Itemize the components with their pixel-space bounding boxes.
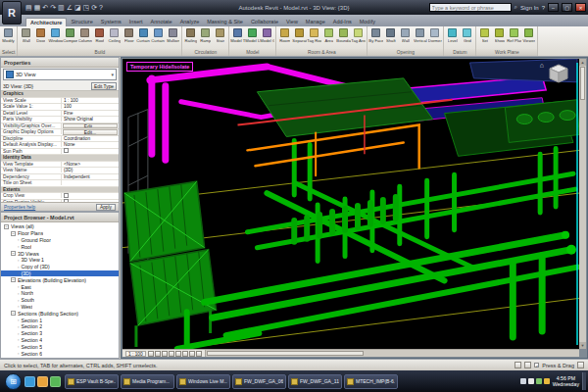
- ribbon-tab-structure[interactable]: Structure: [67, 18, 96, 26]
- browser-item-south[interactable]: ▫South: [1, 297, 119, 304]
- taskbar-clock[interactable]: 4:56 PM Wednesday: [553, 375, 579, 387]
- expander-icon[interactable]: −: [11, 231, 16, 236]
- horizontal-scrollbar[interactable]: [206, 350, 579, 357]
- property-value[interactable]: None: [62, 142, 119, 147]
- media-icon[interactable]: [50, 376, 61, 387]
- browser-item-section-4[interactable]: ▫Section 4: [1, 337, 119, 344]
- horizontal-scroll-thumb[interactable]: [207, 351, 364, 356]
- application-menu-button[interactable]: R: [2, 1, 22, 24]
- property-value[interactable]: [62, 148, 119, 154]
- ribbon-button-modify[interactable]: Modify: [1, 27, 16, 43]
- browser-item-copy-of-3d[interactable]: ▫Copy of {3D}: [1, 264, 119, 270]
- ribbon-button-ref-plane[interactable]: Ref Plane: [507, 27, 521, 43]
- browser-item-floor-plans[interactable]: −Floor Plans: [1, 230, 119, 237]
- ribbon-button-boundary[interactable]: Boundary: [336, 27, 351, 43]
- vertical-scrollbar[interactable]: ▲ ▼: [579, 59, 586, 349]
- close-button[interactable]: ✕: [575, 3, 586, 12]
- filter-icon[interactable]: [577, 362, 584, 368]
- search-input[interactable]: [429, 3, 512, 12]
- browser-item-section-2[interactable]: ▫Section 2: [1, 323, 119, 330]
- ribbon-button-door[interactable]: Door: [33, 27, 48, 43]
- redo-icon[interactable]: ↷: [50, 3, 56, 12]
- hide-isolate-button[interactable]: [189, 351, 195, 357]
- show-desktop-button[interactable]: [582, 372, 586, 390]
- properties-help-link[interactable]: Properties help: [4, 205, 35, 210]
- ribbon-button-model-text[interactable]: Model Text: [230, 27, 245, 43]
- browser-item-3d-views[interactable]: −3D Views: [1, 250, 119, 257]
- ribbon-tab-add-ins[interactable]: Add-Ins: [329, 18, 356, 26]
- expander-icon[interactable]: −: [4, 224, 9, 229]
- start-button[interactable]: ⊞: [5, 373, 22, 390]
- ribbon-button-ceiling[interactable]: Ceiling: [107, 27, 122, 43]
- property-value[interactable]: <None>: [62, 162, 119, 167]
- ribbon-button-model-group[interactable]: Model Group: [260, 27, 274, 43]
- reveal-hidden-button[interactable]: [196, 351, 202, 357]
- ribbon-button-curtain-system[interactable]: Curtain System: [136, 27, 151, 43]
- browser-item-section-1[interactable]: ▫Section 1: [1, 317, 119, 323]
- ribbon-tab-view[interactable]: View: [282, 18, 302, 26]
- taskbar-button-esp-vault-b-spe[interactable]: ESP Vault B-Spe...: [65, 374, 119, 389]
- sync-icon[interactable]: ⟳: [91, 3, 97, 12]
- expander-icon[interactable]: −: [11, 251, 16, 256]
- ribbon-button-tag-room[interactable]: Tag Room: [307, 27, 321, 43]
- property-value[interactable]: 100: [62, 104, 119, 109]
- checkbox[interactable]: [64, 148, 69, 153]
- expander-icon[interactable]: −: [11, 277, 16, 282]
- search-icon[interactable]: ⌕: [514, 4, 517, 11]
- sun-path-button[interactable]: [162, 351, 168, 357]
- ribbon-button-mullion[interactable]: Mullion: [166, 27, 180, 43]
- browser-icon[interactable]: [37, 376, 48, 387]
- project-browser-header[interactable]: Project Browser - Model.rvt: [1, 213, 119, 222]
- ribbon-button-level[interactable]: Level: [445, 27, 460, 43]
- ribbon-tab-modify[interactable]: Modify: [356, 18, 379, 26]
- chevron-down-icon[interactable]: ▾: [111, 72, 114, 77]
- print-icon[interactable]: ▥: [58, 3, 65, 12]
- design-options-icon[interactable]: [524, 362, 531, 368]
- ribbon-button-dormer[interactable]: Dormer: [427, 27, 442, 43]
- ribbon-button-set[interactable]: Set: [477, 27, 492, 43]
- help-icon[interactable]: ?: [99, 3, 103, 12]
- browser-item-3d[interactable]: ▫{3D}: [1, 270, 119, 277]
- measure-icon[interactable]: ∠: [67, 3, 73, 12]
- ribbon-button-separator[interactable]: Separator: [292, 27, 307, 43]
- ribbon-button-column[interactable]: Column: [77, 27, 92, 43]
- edit-type-button[interactable]: Edit Type: [91, 82, 117, 90]
- ribbon-button-stair[interactable]: Stair: [213, 27, 227, 43]
- apply-button[interactable]: Apply: [96, 204, 116, 211]
- scroll-up-icon[interactable]: ▲: [579, 59, 586, 66]
- crop-region-button[interactable]: [182, 351, 188, 357]
- ribbon-tab-systems[interactable]: Systems: [97, 18, 125, 26]
- browser-item-roof[interactable]: ▫Roof: [1, 243, 119, 250]
- 3d-model-canvas[interactable]: [122, 59, 579, 349]
- taskbar-button-fw-dwf-ga-11[interactable]: FW_DWF_GA_11...: [288, 374, 342, 389]
- ribbon-button-viewer[interactable]: Viewer: [521, 27, 536, 43]
- ribbon-tab-collaborate[interactable]: Collaborate: [247, 18, 282, 26]
- ribbon-button-by-face[interactable]: By Face: [368, 27, 383, 43]
- property-value[interactable]: Show Original: [62, 117, 119, 122]
- browser-item-elevations-building-elevation[interactable]: −Elevations (Building Elevation): [1, 276, 119, 283]
- ribbon-button-vertical[interactable]: Vertical: [413, 27, 427, 43]
- property-value[interactable]: Edit...: [63, 129, 118, 135]
- vertical-scroll-thumb[interactable]: [580, 67, 585, 100]
- ribbon-button-area[interactable]: Area: [321, 27, 336, 43]
- save-icon[interactable]: ▦: [34, 3, 41, 12]
- maximize-button[interactable]: ▢: [562, 3, 572, 12]
- ribbon-tab-manage[interactable]: Manage: [302, 18, 329, 26]
- scroll-down-icon[interactable]: ▼: [579, 342, 586, 349]
- browser-item-ground-floor[interactable]: ▫Ground Floor: [1, 237, 119, 244]
- press-drag-checkbox[interactable]: ✓: [534, 363, 539, 368]
- ribbon-button-shaft[interactable]: Shaft: [383, 27, 398, 43]
- browser-item-3d-view-1[interactable]: ▫3D View 1: [1, 257, 119, 264]
- ribbon-button-curtain-grid[interactable]: Curtain Grid: [151, 27, 166, 43]
- updates-icon[interactable]: [544, 378, 550, 384]
- minimize-button[interactable]: –: [548, 3, 559, 12]
- checkbox[interactable]: [64, 193, 69, 198]
- help-icon[interactable]: ?: [542, 5, 545, 11]
- open-icon[interactable]: ▤: [25, 3, 32, 12]
- home-icon[interactable]: ⌂: [540, 62, 544, 70]
- expander-icon[interactable]: −: [11, 311, 16, 316]
- volume-icon[interactable]: [528, 378, 534, 384]
- ribbon-button-window[interactable]: Window: [48, 27, 63, 43]
- ribbon-tab-massing-site[interactable]: Massing & Site: [203, 18, 247, 26]
- property-value[interactable]: Fine: [62, 111, 119, 116]
